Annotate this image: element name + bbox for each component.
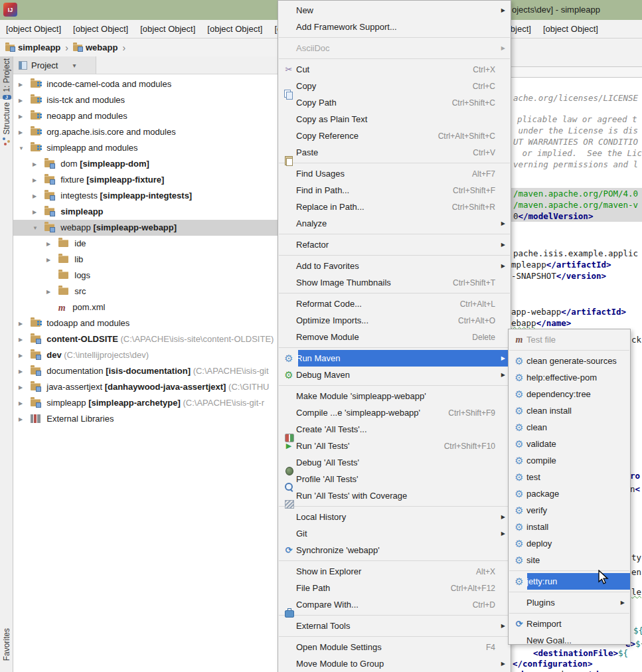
context-menu-item[interactable]: Reformat Code... Ctrl+Alt+L — [278, 295, 511, 312]
context-menu-item[interactable]: Add to Favorites ▶ — [278, 258, 511, 274]
tree-row[interactable]: ▶ simpleapp — [13, 204, 278, 220]
context-menu-item[interactable] — [279, 506, 510, 507]
menu-bar-item[interactable]: [object Object] — [67, 20, 134, 38]
submenu-item[interactable]: ⚙ test — [509, 469, 630, 485]
expand-arrow-icon[interactable]: ▶ — [19, 125, 28, 140]
submenu-item[interactable]: m Test file — [509, 331, 630, 348]
expand-arrow-icon[interactable]: ▶ — [19, 316, 28, 331]
submenu-item[interactable] — [509, 570, 629, 571]
context-menu-item[interactable] — [279, 636, 510, 637]
context-menu-item[interactable]: Compare With... Ctrl+D — [278, 596, 511, 613]
submenu-item[interactable]: ⚙ clean — [509, 419, 630, 436]
context-menu-item[interactable]: New ▶ — [278, 2, 511, 19]
expand-arrow-icon[interactable]: ▶ — [19, 380, 28, 395]
context-menu-item[interactable]: External Tools ▶ — [278, 618, 511, 634]
context-menu-item[interactable] — [279, 37, 510, 38]
expand-arrow-icon[interactable]: ▶ — [33, 189, 42, 204]
submenu-item[interactable]: ⚙ validate — [509, 436, 630, 452]
expand-arrow-icon[interactable]: ▶ — [19, 109, 28, 124]
context-menu-item[interactable] — [279, 234, 510, 234]
context-menu-item[interactable]: Make Module 'simpleapp-webapp' — [278, 388, 511, 404]
tool-button-favorites[interactable]: Favorites — [0, 628, 13, 672]
context-menu-item[interactable]: Optimize Imports... Ctrl+Alt+O — [278, 312, 511, 329]
context-menu-item[interactable] — [279, 615, 510, 616]
submenu-item[interactable]: ⚙ jetty:run — [509, 573, 630, 590]
context-menu-item[interactable] — [279, 347, 510, 348]
tree-row[interactable]: ▶ content-OLDSITE (C:\APACHE\isis-site\c… — [13, 331, 278, 347]
tree-row[interactable]: ▶ dom [simpleapp-dom] — [13, 156, 278, 172]
expand-arrow-icon[interactable]: ▶ — [46, 252, 56, 268]
submenu-item[interactable]: ⚙ site — [509, 552, 630, 568]
context-menu-item[interactable]: Find Usages Alt+F7 — [278, 165, 511, 182]
tree-row[interactable]: ▶ integtests [simpleapp-integtests] — [13, 188, 278, 204]
submenu-item[interactable] — [509, 350, 629, 351]
context-menu-item[interactable]: Show in Explorer Alt+X — [278, 563, 511, 580]
tree-row[interactable]: ▼ simpleapp and modules — [13, 140, 278, 156]
context-menu-item[interactable]: ⚙ Run Maven ▶ — [278, 350, 511, 367]
submenu-item[interactable]: ⚙ help:effective-pom — [509, 369, 630, 386]
context-menu-item[interactable]: Create 'All Tests'... — [278, 421, 511, 438]
breadcrumb-item[interactable]: webapp › — [73, 42, 130, 53]
menu-bar-item[interactable]: [object Object] — [537, 20, 604, 38]
submenu-item[interactable]: ⚙ clean install — [509, 402, 630, 419]
tree-row[interactable]: ▶ incode-camel-coda and modules — [13, 76, 278, 92]
context-menu-item[interactable] — [279, 255, 510, 256]
context-menu-item[interactable]: Add Framework Support... — [278, 19, 511, 35]
expand-arrow-icon[interactable]: ▶ — [33, 157, 42, 172]
tree-row[interactable]: ▶ External Libraries — [13, 411, 278, 427]
context-menu-item[interactable]: ▶ Run 'All Tests' Ctrl+Shift+F10 — [278, 438, 511, 454]
submenu-item[interactable]: Plugins ▶ — [509, 594, 630, 611]
tree-row[interactable]: logs — [13, 268, 278, 284]
submenu-item[interactable]: ⚙ deploy — [509, 535, 630, 552]
expand-arrow-icon[interactable]: ▶ — [33, 205, 42, 220]
context-menu-item[interactable]: Show Image Thumbnails Ctrl+Shift+T — [278, 274, 511, 291]
tree-row[interactable]: ▶ todoapp and modules — [13, 315, 278, 331]
context-menu-item[interactable] — [279, 385, 510, 386]
submenu-item[interactable]: ⚙ dependency:tree — [509, 386, 630, 402]
context-menu-item[interactable]: Compile ...e 'simpleapp-webapp' Ctrl+Shi… — [278, 404, 511, 421]
expand-arrow-icon[interactable]: ▶ — [19, 396, 28, 411]
project-view-selector[interactable]: Project ▾ — [13, 56, 96, 74]
tree-row[interactable]: ▶ ide — [13, 236, 278, 252]
menu-bar-item[interactable]: [object Object] — [201, 20, 268, 38]
context-menu-item[interactable] — [279, 293, 510, 294]
context-menu-item[interactable]: Debug 'All Tests' — [278, 454, 511, 471]
context-menu-item[interactable]: ✂ Cut Ctrl+X — [278, 61, 511, 78]
context-menu-item[interactable]: Git ▶ — [278, 525, 511, 542]
submenu-item[interactable]: ⚙ package — [509, 485, 630, 502]
context-menu-item[interactable]: Run 'All Tests' with Coverage — [278, 487, 511, 504]
context-menu-item[interactable]: Copy Ctrl+C — [278, 78, 511, 94]
context-menu-item[interactable]: Find in Path... Ctrl+Shift+F — [278, 182, 511, 199]
context-menu-item[interactable]: Copy Reference Ctrl+Alt+Shift+C — [278, 127, 511, 144]
context-menu-item[interactable]: Copy Path Ctrl+Shift+C — [278, 94, 511, 111]
expand-arrow-icon[interactable]: ▼ — [33, 220, 42, 236]
context-menu-item[interactable]: Remove Module Delete — [278, 329, 511, 345]
menu-bar-item[interactable]: [object Object] — [0, 20, 67, 38]
context-menu-item[interactable]: Open Module Settings F4 — [278, 639, 511, 655]
tree-row[interactable]: ▼ webapp [simpleapp-webapp] — [13, 220, 278, 236]
expand-arrow-icon[interactable]: ▶ — [46, 284, 56, 299]
submenu-item[interactable] — [509, 592, 629, 592]
expand-arrow-icon[interactable]: ▶ — [19, 412, 28, 427]
context-menu-item[interactable] — [279, 163, 510, 163]
tree-row[interactable]: ▶ isis-tck and modules — [13, 92, 278, 108]
context-menu-item[interactable]: Profile 'All Tests' — [278, 471, 511, 487]
expand-arrow-icon[interactable]: ▼ — [19, 141, 28, 156]
tree-row[interactable]: ▶ simpleapp [simpleapp-archetype] (C:\AP… — [13, 395, 278, 411]
context-menu-item[interactable] — [279, 560, 510, 561]
context-menu-item[interactable] — [279, 58, 510, 59]
context-menu-item[interactable]: Analyze ▶ — [278, 215, 511, 232]
submenu-item[interactable]: New Goal... — [509, 632, 630, 649]
submenu-item[interactable]: ⚙ verify — [509, 502, 630, 519]
expand-arrow-icon[interactable]: ▶ — [19, 348, 28, 363]
expand-arrow-icon[interactable]: ▶ — [19, 93, 28, 108]
context-menu-item[interactable]: Copy as Plain Text — [278, 111, 511, 127]
menu-bar-item[interactable]: [object Object] — [134, 20, 201, 38]
submenu-item[interactable]: ⚙ install — [509, 519, 630, 535]
expand-arrow-icon[interactable]: ▶ — [46, 236, 56, 252]
expand-arrow-icon[interactable]: ▶ — [19, 364, 28, 379]
submenu-item[interactable]: ⚙ clean generate-sources — [509, 353, 630, 369]
tree-row[interactable]: ▶ fixture [simpleapp-fixture] — [13, 172, 278, 188]
submenu-item[interactable]: ⟳ Reimport — [509, 616, 630, 632]
tree-row[interactable]: m pom.xml — [13, 299, 278, 315]
